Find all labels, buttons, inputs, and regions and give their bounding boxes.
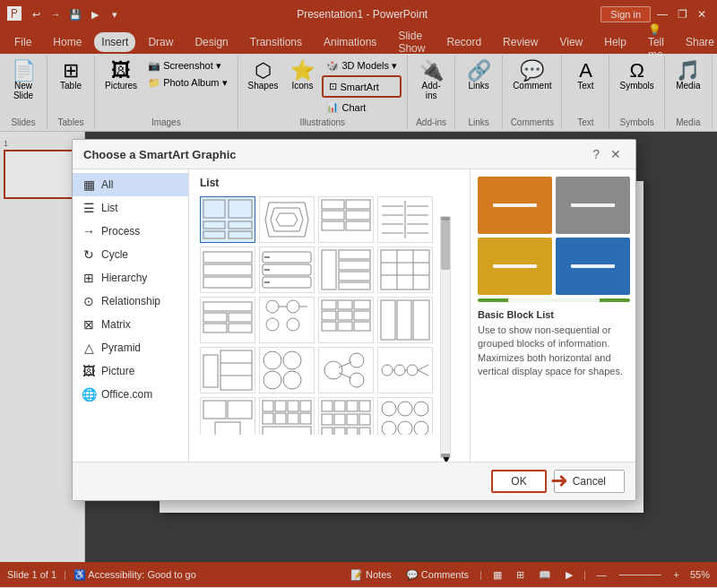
dialog-overlay: Choose a SmartArt Graphic ? ✕ ▦ All ☰ Li… xyxy=(0,0,717,588)
svg-point-112 xyxy=(414,402,428,416)
graphic-item-16[interactable] xyxy=(377,347,433,393)
graphic-item-2[interactable] xyxy=(259,196,315,243)
svg-rect-3 xyxy=(229,200,252,218)
svg-rect-54 xyxy=(322,300,336,309)
graphic-item-10[interactable] xyxy=(259,297,315,343)
graphic-item-13[interactable] xyxy=(200,347,255,393)
relationship-icon: ⊙ xyxy=(82,294,96,308)
svg-marker-8 xyxy=(276,213,298,226)
cat-item-matrix[interactable]: ⊠ Matrix xyxy=(73,313,188,336)
svg-point-114 xyxy=(398,421,412,435)
matrix-icon: ⊠ xyxy=(82,317,96,332)
svg-rect-5 xyxy=(229,231,252,238)
graphic-item-7[interactable] xyxy=(318,246,374,293)
graphic-item-6[interactable] xyxy=(259,246,315,293)
preview-block-3 xyxy=(478,238,552,295)
graphic-item-14[interactable] xyxy=(259,347,315,393)
dialog-close-button[interactable]: ✕ xyxy=(607,147,625,161)
svg-rect-47 xyxy=(229,324,252,333)
dialog-help-button[interactable]: ? xyxy=(589,147,603,161)
svg-rect-55 xyxy=(338,300,352,309)
svg-rect-33 xyxy=(322,250,336,290)
graphic-item-3[interactable] xyxy=(318,196,374,243)
graphic-item-8[interactable] xyxy=(377,246,433,293)
cat-item-relationship[interactable]: ⊙ Relationship xyxy=(73,290,188,313)
scroll-thumb[interactable] xyxy=(441,220,450,270)
svg-rect-27 xyxy=(263,252,311,263)
svg-point-48 xyxy=(266,300,279,313)
graphic-item-5[interactable] xyxy=(200,246,255,293)
svg-rect-29 xyxy=(263,264,311,275)
svg-rect-13 xyxy=(346,211,370,220)
svg-rect-103 xyxy=(334,414,345,425)
graphics-grid xyxy=(193,193,440,435)
cat-item-picture[interactable]: 🖼 Picture xyxy=(73,359,188,383)
graphic-item-15[interactable] xyxy=(318,347,374,393)
svg-point-113 xyxy=(382,421,396,435)
svg-rect-64 xyxy=(397,300,411,340)
svg-point-115 xyxy=(414,421,428,435)
cat-item-pyramid[interactable]: △ Pyramid xyxy=(73,336,188,359)
svg-rect-2 xyxy=(203,231,225,238)
graphic-item-9[interactable] xyxy=(200,297,255,343)
graphic-item-17[interactable] xyxy=(200,397,255,435)
svg-rect-57 xyxy=(322,311,336,320)
category-panel: ▦ All ☰ List → Process ↻ Cycle ⊞ Hiera xyxy=(73,169,189,462)
svg-rect-1 xyxy=(203,221,225,229)
graphic-item-4[interactable] xyxy=(377,196,433,243)
cat-item-list[interactable]: ☰ List xyxy=(73,196,188,220)
svg-rect-108 xyxy=(347,428,358,435)
svg-rect-90 xyxy=(275,401,286,411)
svg-rect-62 xyxy=(354,322,370,331)
preview-title: Basic Block List xyxy=(478,309,628,320)
ok-button[interactable]: OK xyxy=(491,470,546,493)
cat-item-officecom[interactable]: 🌐 Office.com xyxy=(73,383,188,406)
svg-point-74 xyxy=(324,361,342,379)
svg-rect-35 xyxy=(339,261,370,270)
svg-rect-102 xyxy=(322,414,333,425)
svg-rect-44 xyxy=(203,313,227,322)
graphic-item-20[interactable] xyxy=(377,397,433,435)
svg-rect-0 xyxy=(203,200,225,218)
cat-item-all[interactable]: ▦ All xyxy=(73,173,188,196)
process-icon: → xyxy=(82,224,96,238)
dialog-title-bar: Choose a SmartArt Graphic ? ✕ xyxy=(73,140,635,169)
svg-rect-105 xyxy=(359,414,370,425)
pyramid-icon: △ xyxy=(82,341,96,355)
svg-point-79 xyxy=(382,365,393,376)
svg-point-53 xyxy=(287,318,299,331)
svg-rect-65 xyxy=(413,300,429,340)
svg-rect-100 xyxy=(347,401,358,411)
svg-point-77 xyxy=(350,353,364,368)
scrollbar[interactable]: ▲ ▼ xyxy=(440,216,451,458)
svg-rect-99 xyxy=(334,401,345,411)
graphic-item-18[interactable] xyxy=(259,397,315,435)
svg-rect-58 xyxy=(338,311,352,320)
svg-point-70 xyxy=(263,351,281,369)
cycle-icon: ↻ xyxy=(82,247,96,262)
svg-rect-60 xyxy=(322,322,336,331)
svg-marker-7 xyxy=(271,208,303,231)
svg-rect-14 xyxy=(346,221,370,230)
preview-block-4 xyxy=(556,238,630,295)
graphic-item-11[interactable] xyxy=(318,297,374,343)
graphics-panel: List xyxy=(189,169,470,462)
svg-line-84 xyxy=(418,365,428,370)
svg-point-71 xyxy=(283,351,301,369)
cat-item-process[interactable]: → Process xyxy=(73,220,188,243)
cat-item-cycle[interactable]: ↻ Cycle xyxy=(73,243,188,266)
scroll-down-arrow[interactable]: ▼ xyxy=(441,454,450,457)
svg-point-81 xyxy=(407,365,418,376)
svg-point-111 xyxy=(398,402,412,416)
cat-item-hierarchy[interactable]: ⊞ Hierarchy xyxy=(73,266,188,290)
graphic-item-19[interactable] xyxy=(318,397,374,435)
svg-rect-88 xyxy=(215,422,240,435)
cancel-button[interactable]: Cancel xyxy=(554,470,625,493)
svg-rect-106 xyxy=(322,428,333,435)
graphic-item-12[interactable] xyxy=(377,297,433,343)
svg-rect-34 xyxy=(339,250,370,259)
graphic-item-1[interactable] xyxy=(200,196,255,243)
svg-rect-97 xyxy=(263,427,311,435)
preview-dash-3 xyxy=(493,264,538,268)
preview-block-5 xyxy=(478,298,630,302)
